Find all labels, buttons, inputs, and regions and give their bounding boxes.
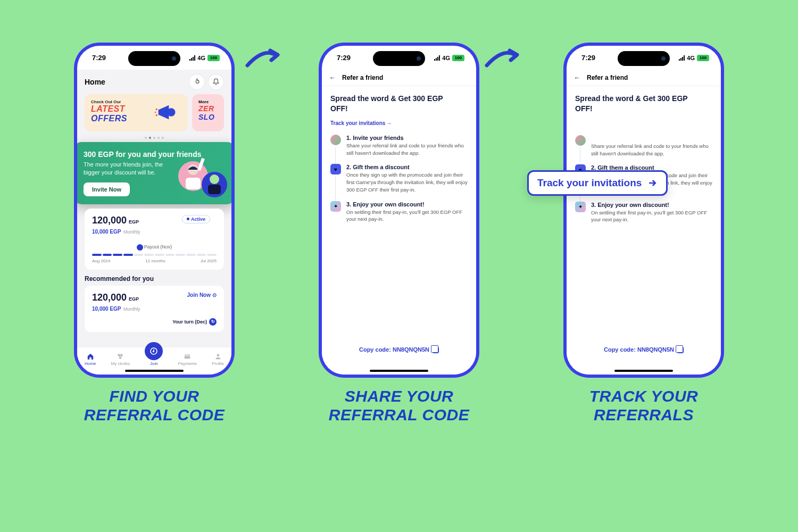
arrow-right-icon <box>647 178 658 188</box>
payout-icon <box>137 244 143 251</box>
home-indicator <box>614 370 673 372</box>
track-invitations-link[interactable]: Track your invitations → <box>330 120 468 126</box>
refer-heading: Spread the word & Get 300 EGP OFF! <box>575 94 697 114</box>
recommended-card[interactable]: 120,000EGP 10,000 EGP Monthly Join Now⊙ … <box>85 286 224 332</box>
page-title: Home <box>85 78 105 86</box>
signal-icon <box>434 55 440 61</box>
svg-point-5 <box>210 174 219 184</box>
timeline-bar <box>92 254 217 256</box>
zero-slot-card[interactable]: More ZER SLO <box>192 94 224 131</box>
network-label: 4G <box>197 55 205 61</box>
friends-illustration <box>176 154 229 202</box>
step-invite: 1. Invite your friendsShare your referra… <box>575 135 712 157</box>
step-invite: 1. Invite your friendsShare your referra… <box>330 135 468 157</box>
caption-share: SHARE YOUR REFERRAL CODE <box>309 387 489 424</box>
step-enjoy: ✦3. Enjoy your own discount!On settling … <box>330 201 468 223</box>
device-notch <box>128 51 180 66</box>
back-arrow-icon[interactable]: ← <box>329 74 336 81</box>
refer-header: ← Refer a friend <box>567 70 721 86</box>
celebrate-icon: ✦ <box>330 201 341 212</box>
nav-home[interactable]: Home <box>85 353 96 366</box>
home-indicator <box>370 370 428 372</box>
nav-join[interactable]: Join <box>145 353 163 366</box>
step-gift: ♥2. Gift them a discountOnce they sign u… <box>330 164 468 193</box>
svg-point-14 <box>217 354 219 356</box>
home-indicator <box>125 370 184 372</box>
chevron-icon: ↻ <box>209 318 217 326</box>
circle-card[interactable]: Active 120,000EGP 10,000 EGP Monthly Pay… <box>85 209 224 270</box>
join-now-link[interactable]: Join Now⊙ <box>187 292 217 298</box>
battery-icon: 100 <box>452 55 464 61</box>
invite-now-button[interactable]: Invite Now <box>84 182 130 196</box>
device-notch <box>618 51 670 66</box>
svg-point-10 <box>119 356 122 359</box>
copy-code-button[interactable]: Copy code: NN8QNQN5N <box>567 346 721 353</box>
megaphone-icon <box>155 101 178 124</box>
battery-icon: 100 <box>697 55 709 61</box>
phone-mockup-2: 7:29 4G100 ← Refer a friend Spread the w… <box>319 43 479 378</box>
celebrate-icon: ✦ <box>575 202 586 212</box>
copy-icon <box>677 347 684 353</box>
battery-icon: 100 <box>207 55 220 61</box>
carousel-dots <box>77 135 231 142</box>
svg-rect-13 <box>185 355 190 356</box>
gift-icon: ♥ <box>330 164 341 174</box>
nav-profile[interactable]: Profile <box>212 353 224 366</box>
svg-rect-12 <box>185 355 190 359</box>
recommended-title: Recommended for you <box>77 274 231 286</box>
status-time: 7:29 <box>92 54 106 62</box>
refer-heading: Spread the word & Get 300 EGP OFF! <box>330 94 453 114</box>
svg-point-9 <box>120 354 123 356</box>
copy-icon <box>433 347 439 353</box>
svg-rect-3 <box>186 178 201 189</box>
signal-icon <box>679 55 685 61</box>
friends-icon <box>575 135 586 146</box>
copy-code-button[interactable]: Copy code: NN8QNQN5N <box>322 346 476 353</box>
fire-icon[interactable] <box>189 74 205 90</box>
signal-icon <box>189 55 195 61</box>
phone-mockup-3: 7:29 4G100 ← Refer a friend Spread the w… <box>563 43 724 378</box>
bell-icon[interactable] <box>208 74 224 90</box>
referral-promo-card[interactable]: 300 EGP for you and your friends The mor… <box>77 142 231 204</box>
flow-arrow-icon <box>484 45 521 72</box>
svg-rect-6 <box>208 185 221 194</box>
back-arrow-icon[interactable]: ← <box>574 74 580 81</box>
svg-point-0 <box>167 108 175 116</box>
active-badge: Active <box>182 215 210 223</box>
nav-payments[interactable]: Payments <box>178 353 197 366</box>
refer-header: ← Refer a friend <box>322 70 476 86</box>
device-notch <box>373 51 425 66</box>
friends-icon <box>330 135 341 145</box>
svg-point-8 <box>118 354 121 356</box>
nav-circles[interactable]: My circles <box>111 353 130 366</box>
latest-offers-card[interactable]: Check Out Our LATEST OFFERS <box>85 94 188 131</box>
flow-arrow-icon <box>245 45 282 72</box>
step-enjoy: ✦3. Enjoy your own discount!On settling … <box>575 202 712 224</box>
caption-find: FIND YOUR REFERRAL CODE <box>64 387 245 424</box>
track-invitations-highlight[interactable]: Track your invitations <box>527 170 668 196</box>
caption-track: TRACK YOUR REFERRALS <box>553 387 734 424</box>
phone-mockup-1: 7:29 4G 100 Home <box>74 43 235 378</box>
